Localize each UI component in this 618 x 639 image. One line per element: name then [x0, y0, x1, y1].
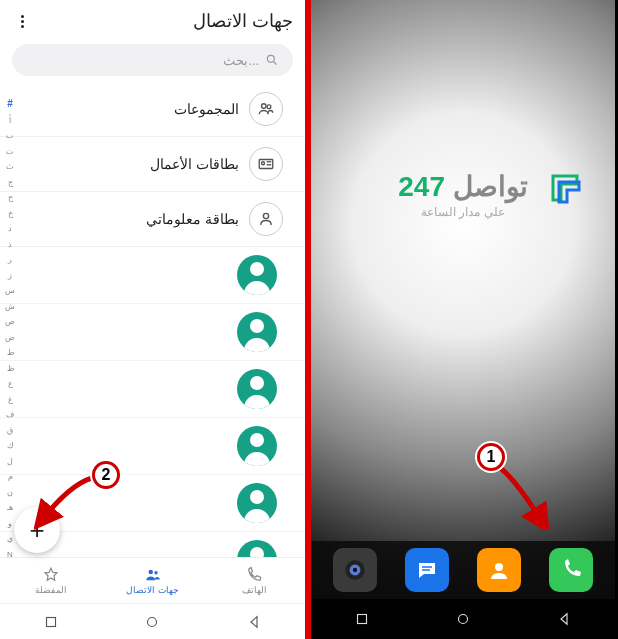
svg-line-1	[274, 62, 277, 65]
callout-2: 2	[92, 461, 120, 489]
messages-app-icon[interactable]	[405, 548, 449, 592]
nav-back-icon[interactable]	[555, 610, 573, 628]
watermark-number: 247	[398, 171, 445, 202]
groups-row[interactable]: المجموعات	[0, 82, 305, 137]
avatar	[237, 255, 277, 295]
svg-point-10	[154, 571, 157, 574]
contact-item[interactable]	[0, 304, 305, 361]
nav-home-icon[interactable]	[143, 613, 161, 631]
home-screen: تواصل 247 علي مدار الساعة 1	[308, 0, 615, 639]
index-letter[interactable]: ط	[3, 348, 17, 357]
index-letter[interactable]: أ	[3, 116, 17, 125]
search-placeholder: بحث...	[223, 53, 259, 68]
contact-item[interactable]	[0, 418, 305, 475]
page-title: جهات الاتصال	[32, 10, 293, 32]
index-letter[interactable]: ن	[3, 488, 17, 497]
search-input[interactable]: بحث...	[12, 44, 293, 76]
camera-app-icon[interactable]	[333, 548, 377, 592]
index-letter[interactable]: ض	[3, 333, 17, 342]
nav-home-icon[interactable]	[454, 610, 472, 628]
more-menu-icon[interactable]	[12, 11, 32, 31]
svg-point-8	[263, 213, 268, 218]
svg-point-5	[262, 162, 265, 165]
bottom-tabs: المفضلة جهات الاتصال الهاتف	[0, 557, 305, 603]
my-info-row[interactable]: بطاقة معلوماتي	[0, 192, 305, 247]
watermark-logo-icon	[545, 168, 585, 208]
svg-point-2	[262, 104, 267, 109]
groups-icon	[249, 92, 283, 126]
index-letter[interactable]: ر	[3, 255, 17, 264]
wallpaper-area: تواصل 247 علي مدار الساعة 1	[311, 0, 615, 541]
star-icon	[42, 566, 60, 584]
tab-favorites-label: المفضلة	[35, 585, 67, 595]
contact-item[interactable]	[0, 361, 305, 418]
index-letter[interactable]: ف	[3, 410, 17, 419]
search-icon	[265, 53, 279, 67]
watermark-text: تواصل	[453, 171, 528, 202]
index-letter[interactable]: ك	[3, 441, 17, 450]
index-letter[interactable]: ظ	[3, 364, 17, 373]
index-letter[interactable]: ت	[3, 147, 17, 156]
tab-contacts-label: جهات الاتصال	[126, 585, 179, 595]
alpha-index[interactable]: #أبتثجحخدذرزسشصضطظعغفقكلمنهـويN	[3, 98, 17, 559]
index-letter[interactable]: ح	[3, 193, 17, 202]
my-info-label: بطاقة معلوماتي	[146, 211, 239, 227]
index-letter[interactable]: ع	[3, 379, 17, 388]
svg-rect-11	[46, 617, 55, 626]
svg-point-15	[353, 568, 357, 572]
index-letter[interactable]: N	[3, 550, 17, 559]
contacts-app-screen: جهات الاتصال بحث... المجموعات بطاقات الأ…	[0, 0, 308, 639]
avatar	[237, 540, 277, 557]
svg-point-0	[267, 55, 274, 62]
business-cards-label: بطاقات الأعمال	[150, 156, 239, 172]
phone-app-icon[interactable]	[549, 548, 593, 592]
contact-item[interactable]	[0, 247, 305, 304]
index-letter[interactable]: #	[3, 98, 17, 109]
index-letter[interactable]: ق	[3, 426, 17, 435]
index-letter[interactable]: خ	[3, 209, 17, 218]
index-letter[interactable]: ث	[3, 162, 17, 171]
svg-point-18	[495, 563, 503, 571]
dock	[311, 541, 615, 599]
index-letter[interactable]: ص	[3, 317, 17, 326]
header: جهات الاتصال	[0, 0, 305, 38]
svg-point-9	[148, 570, 153, 575]
index-letter[interactable]: ب	[3, 131, 17, 140]
index-letter[interactable]: غ	[3, 395, 17, 404]
nav-recent-icon[interactable]	[42, 613, 60, 631]
svg-point-3	[267, 105, 271, 109]
business-cards-row[interactable]: بطاقات الأعمال	[0, 137, 305, 192]
index-letter[interactable]: ل	[3, 457, 17, 466]
contacts-icon	[144, 566, 162, 584]
avatar	[237, 369, 277, 409]
groups-label: المجموعات	[174, 101, 239, 117]
android-navbar	[311, 599, 615, 639]
person-icon	[249, 202, 283, 236]
nav-recent-icon[interactable]	[353, 610, 371, 628]
tab-contacts[interactable]: جهات الاتصال	[102, 558, 204, 603]
nav-back-icon[interactable]	[245, 613, 263, 631]
avatar	[237, 426, 277, 466]
index-letter[interactable]: ش	[3, 302, 17, 311]
phone-handset-icon	[559, 558, 583, 582]
svg-point-12	[148, 617, 157, 626]
person-icon	[487, 558, 511, 582]
callout-1: 1	[477, 443, 505, 471]
avatar	[237, 483, 277, 523]
index-letter[interactable]: هـ	[3, 503, 17, 512]
message-icon	[415, 558, 439, 582]
tab-phone[interactable]: الهاتف	[203, 558, 305, 603]
index-letter[interactable]: س	[3, 286, 17, 295]
tab-favorites[interactable]: المفضلة	[0, 558, 102, 603]
index-letter[interactable]: د	[3, 224, 17, 233]
phone-icon	[245, 566, 263, 584]
avatar	[237, 312, 277, 352]
index-letter[interactable]: م	[3, 472, 17, 481]
contacts-app-icon[interactable]	[477, 548, 521, 592]
camera-icon	[342, 557, 368, 583]
tab-phone-label: الهاتف	[242, 585, 267, 595]
index-letter[interactable]: ذ	[3, 240, 17, 249]
index-letter[interactable]: ز	[3, 271, 17, 280]
svg-point-20	[458, 615, 467, 624]
index-letter[interactable]: ج	[3, 178, 17, 187]
